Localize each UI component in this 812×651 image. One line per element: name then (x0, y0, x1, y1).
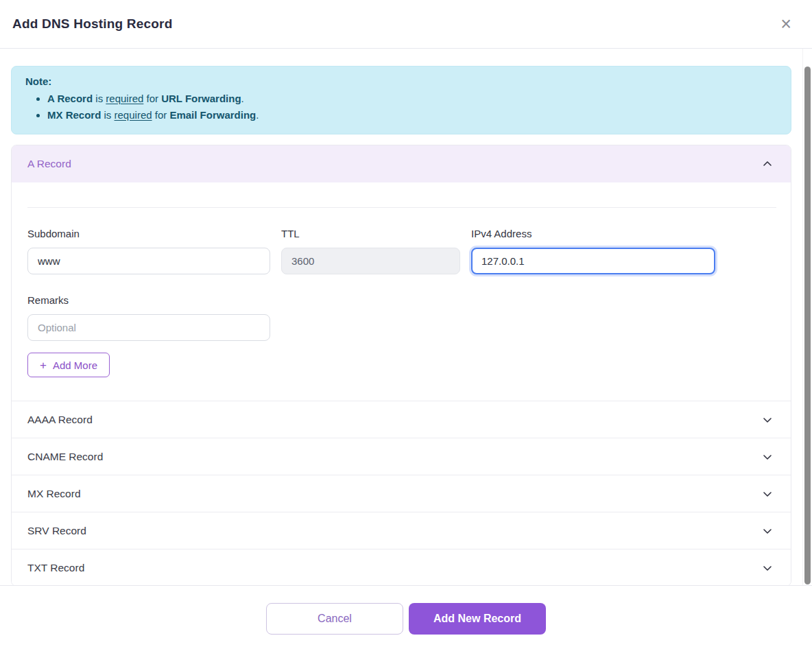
accordion-header-a-record[interactable]: A Record (12, 145, 791, 182)
modal-header: Add DNS Hosting Record × (0, 0, 812, 49)
add-more-button[interactable]: + Add More (27, 353, 110, 377)
ttl-input (281, 248, 460, 274)
chevron-down-icon (762, 414, 773, 425)
subdomain-input[interactable] (27, 248, 270, 274)
accordion-label: TXT Record (27, 562, 84, 574)
form-row-remarks: Remarks (27, 294, 776, 341)
modal-title: Add DNS Hosting Record (12, 16, 172, 32)
chevron-down-icon (762, 525, 773, 536)
remarks-label: Remarks (27, 294, 270, 306)
chevron-down-icon (762, 488, 773, 499)
add-dns-record-modal: Add DNS Hosting Record × Note: A Record … (0, 0, 812, 651)
cancel-button[interactable]: Cancel (266, 603, 403, 635)
add-new-record-button[interactable]: Add New Record (409, 603, 546, 635)
modal-body: Note: A Record is required for URL Forwa… (0, 49, 802, 585)
close-icon[interactable]: × (775, 12, 797, 36)
note-title: Note: (25, 75, 777, 87)
chevron-down-icon (762, 563, 773, 573)
scrollbar-thumb[interactable] (804, 67, 811, 584)
ipv4-input[interactable] (471, 248, 715, 274)
accordion-header-aaaa-record[interactable]: AAAA Record (12, 401, 791, 438)
remarks-input[interactable] (27, 314, 270, 341)
add-more-label: Add More (53, 359, 97, 371)
accordion-label: MX Record (27, 488, 81, 500)
note-item-mx-record: MX Record is required for Email Forwardi… (47, 107, 777, 123)
modal-footer: Cancel Add New Record (0, 585, 812, 651)
accordion-label: SRV Record (27, 525, 86, 537)
ttl-field-group: TTL (281, 228, 460, 274)
ipv4-field-group: IPv4 Address (471, 228, 715, 274)
accordion-label: AAAA Record (27, 414, 93, 426)
subdomain-label: Subdomain (27, 228, 270, 239)
a-record-panel: Subdomain TTL IPv4 Address Remarks (12, 207, 791, 401)
chevron-up-icon (762, 158, 773, 169)
note-list: A Record is required for URL Forwarding.… (25, 91, 777, 123)
scrollbar[interactable] (802, 49, 812, 585)
ipv4-label: IPv4 Address (471, 228, 715, 239)
form-row-main: Subdomain TTL IPv4 Address (27, 228, 776, 274)
accordion-header-cname-record[interactable]: CNAME Record (12, 438, 791, 475)
accordion-header-srv-record[interactable]: SRV Record (12, 512, 791, 549)
accordion-label: CNAME Record (27, 451, 103, 463)
panel-divider (27, 207, 776, 208)
accordion-label: A Record (27, 158, 71, 170)
accordion-header-txt-record[interactable]: TXT Record (12, 549, 791, 585)
note-box: Note: A Record is required for URL Forwa… (11, 66, 791, 134)
chevron-down-icon (762, 451, 773, 462)
remarks-field-group: Remarks (27, 294, 270, 341)
ttl-label: TTL (281, 228, 460, 239)
subdomain-field-group: Subdomain (27, 228, 270, 274)
note-item-a-record: A Record is required for URL Forwarding. (47, 91, 777, 107)
record-accordion: A Record Subdomain TTL IPv4 Address (11, 145, 791, 585)
accordion-header-mx-record[interactable]: MX Record (12, 475, 791, 512)
plus-icon: + (40, 359, 47, 371)
